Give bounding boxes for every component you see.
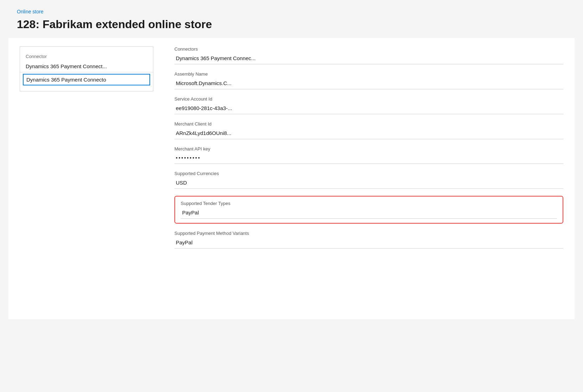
field-value-merchant-client-id: ARnZk4Lyd1d6OUni8... (174, 128, 563, 139)
connector-item-2[interactable]: Dynamics 365 Payment Connecto (23, 74, 150, 85)
field-label-assembly-name: Assembly Name (174, 71, 563, 77)
left-panel: Connector Dynamics 365 Payment Connect..… (20, 46, 153, 91)
field-supported-tender-types-highlighted: Supported Tender Types PayPal (174, 196, 563, 224)
field-label-supported-tender-types: Supported Tender Types (181, 201, 557, 206)
field-value-supported-payment-method-variants: PayPal (174, 237, 563, 249)
field-value-supported-currencies: USD (174, 178, 563, 189)
field-value-merchant-api-key: ••••••••• (174, 153, 563, 164)
page-wrapper: Online store 128: Fabrikam extended onli… (0, 0, 583, 319)
field-label-supported-currencies: Supported Currencies (174, 171, 563, 176)
page-title: 128: Fabrikam extended online store (17, 18, 566, 31)
field-service-account-id: Service Account Id ee919080-281c-43a3-..… (174, 96, 563, 114)
field-value-connectors: Dynamics 365 Payment Connec... (174, 53, 563, 64)
field-supported-currencies: Supported Currencies USD (174, 171, 563, 189)
connector-panel-label: Connector (20, 51, 153, 60)
field-value-supported-tender-types: PayPal (181, 207, 557, 219)
connector-item-1[interactable]: Dynamics 365 Payment Connect... (20, 60, 153, 72)
field-merchant-api-key: Merchant API key ••••••••• (174, 146, 563, 164)
breadcrumb[interactable]: Online store (17, 9, 43, 14)
field-supported-payment-method-variants: Supported Payment Method Variants PayPal (174, 231, 563, 249)
content-area: Connector Dynamics 365 Payment Connect..… (8, 38, 575, 319)
right-panel: Connectors Dynamics 365 Payment Connec..… (174, 46, 563, 311)
field-connectors: Connectors Dynamics 365 Payment Connec..… (174, 46, 563, 64)
field-label-supported-payment-method-variants: Supported Payment Method Variants (174, 231, 563, 236)
field-label-merchant-client-id: Merchant Client Id (174, 121, 563, 127)
field-merchant-client-id: Merchant Client Id ARnZk4Lyd1d6OUni8... (174, 121, 563, 139)
field-value-service-account-id: ee919080-281c-43a3-... (174, 103, 563, 114)
header-area: Online store 128: Fabrikam extended onli… (0, 0, 583, 38)
field-label-merchant-api-key: Merchant API key (174, 146, 563, 152)
field-value-assembly-name: Microsoft.Dynamics.C... (174, 78, 563, 89)
field-label-service-account-id: Service Account Id (174, 96, 563, 102)
field-assembly-name: Assembly Name Microsoft.Dynamics.C... (174, 71, 563, 89)
field-label-connectors: Connectors (174, 46, 563, 52)
